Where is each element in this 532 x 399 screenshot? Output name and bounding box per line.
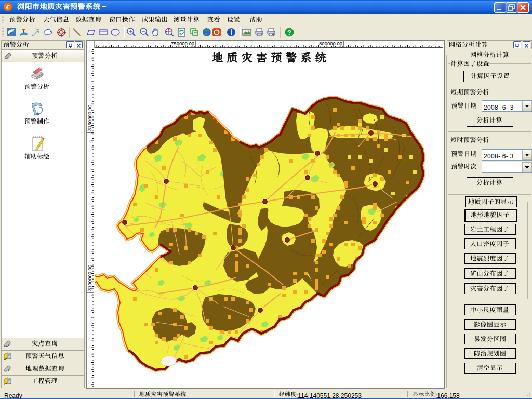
svg-text:?: ? (287, 29, 291, 36)
svg-text:3100000.00: 3100000.00 (87, 265, 92, 291)
svg-text:3150000.00: 3150000.00 (87, 105, 92, 131)
svg-text:750000.00: 750000.00 (171, 41, 194, 46)
svg-text:800000.00: 800000.00 (319, 41, 342, 46)
